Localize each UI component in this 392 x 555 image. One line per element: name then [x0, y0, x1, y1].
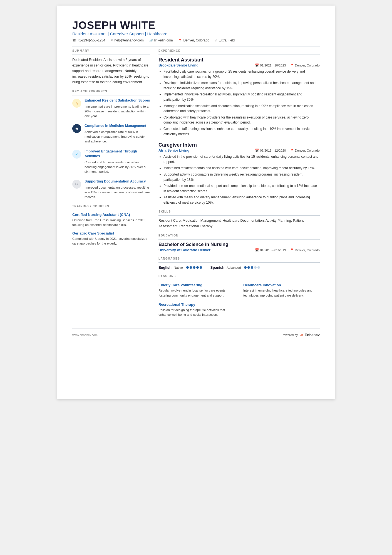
- email-icon: ✉: [111, 39, 113, 42]
- bullet-2-5: Assisted with meals and dietary manageme…: [163, 195, 320, 205]
- passion-item-3: Recreational Therapy Passion for designi…: [158, 302, 235, 317]
- passion-title-2: Healthcare Innovation: [243, 283, 320, 287]
- spa-dot-2: [247, 266, 250, 269]
- footer-brand: Powered by ∞ Enhancv: [282, 332, 320, 338]
- eng-dot-2: [190, 266, 192, 269]
- contact-row: ☎ +1-(234)-555-1234 ✉ help@enhancv.com 🔗…: [72, 38, 320, 42]
- training-section-title: TRAINING / COURSES: [72, 205, 150, 208]
- languages-divider: [158, 262, 320, 263]
- bullet-1-6: Conducted staff training sessions to enh…: [163, 126, 320, 137]
- passions-grid: Elderly Care Volunteering Regular involv…: [158, 283, 320, 317]
- edu-date-loc-1: 📅 01/2015 - 01/2019 📍 Denver, Colorado: [255, 248, 320, 252]
- bullet-2-2: Maintained resident records and assisted…: [163, 166, 320, 171]
- job-title-1: Resident Assistant: [158, 57, 320, 63]
- passions-divider: [158, 280, 320, 280]
- calendar-icon-1: 📅: [255, 63, 259, 67]
- achievement-content-3: Improved Engagement Through Activities C…: [85, 149, 150, 174]
- experience-divider: [158, 55, 320, 55]
- training-desc-1: Obtained from Red Cross Training Service…: [72, 218, 150, 228]
- loc-icon-1: 📍: [290, 63, 294, 67]
- achievement-content-2: Compliance in Medicine Management Achiev…: [85, 124, 150, 144]
- passions-section-title: PASSIONS: [158, 275, 320, 278]
- bullet-1-1: Facilitated daily care routines for a gr…: [163, 69, 320, 79]
- training-title-1: Certified Nursing Assistant (CNA): [72, 213, 150, 217]
- achievement-title-3: Improved Engagement Through Activities: [85, 149, 150, 159]
- spa-dot-1: [244, 266, 247, 269]
- left-column: SUMMARY Dedicated Resident Assistant wit…: [72, 49, 150, 317]
- job-meta-2: Atria Senior Living 📅 06/2019 - 12/2020 …: [158, 149, 320, 152]
- experience-section-title: EXPERIENCE: [158, 49, 320, 52]
- achievement-item-2: ★ Compliance in Medicine Management Achi…: [72, 124, 150, 144]
- achievement-desc-1: Implemented care improvements leading to…: [85, 104, 150, 119]
- passion-title-1: Elderly Care Volunteering: [158, 283, 235, 287]
- job-bullets-2: Assisted in the provision of care for da…: [158, 154, 320, 205]
- job-company-1: Brookdale Senior Living: [158, 63, 199, 67]
- job-location-2: 📍 Denver, Colorado: [290, 149, 320, 152]
- spa-dot-4: [254, 266, 257, 269]
- achievement-desc-2: Achieved a compliance rate of 99% in med…: [85, 130, 150, 144]
- candidate-subtitle: Resident Assistant | Caregiver Support |…: [72, 31, 320, 36]
- job-bullets-1: Facilitated daily care routines for a gr…: [158, 69, 320, 137]
- header-divider: [72, 46, 320, 46]
- eng-dot-1: [186, 266, 189, 269]
- loc-icon-2: 📍: [290, 149, 294, 152]
- bullet-1-2: Developed individualized care plans for …: [163, 80, 320, 91]
- eng-dot-3: [193, 266, 195, 269]
- main-content: SUMMARY Dedicated Resident Assistant wit…: [72, 49, 320, 317]
- achievement-item-3: ✓ Improved Engagement Through Activities…: [72, 149, 150, 174]
- location-icon: 📍: [178, 39, 182, 42]
- achievement-content-1: Enhanced Resident Satisfaction Scores Im…: [85, 98, 150, 119]
- languages-row: English Native Spanish Advanced: [158, 265, 320, 270]
- training-divider: [72, 210, 150, 210]
- job-date-loc-2: 📅 06/2019 - 12/2020 📍 Denver, Colorado: [255, 149, 320, 152]
- passion-item-1: Elderly Care Volunteering Regular involv…: [158, 283, 235, 298]
- education-divider: [158, 239, 320, 240]
- resume-page: JOSEPH WHITE Resident Assistant | Caregi…: [57, 6, 335, 399]
- achievement-icon-2: ★: [72, 124, 81, 133]
- eng-dot-4: [196, 266, 199, 269]
- skills-divider: [158, 215, 320, 216]
- job-date-loc-1: 📅 01/2021 - 10/2023 📍 Denver, Colorado: [255, 63, 320, 67]
- calendar-icon-2: 📅: [255, 149, 259, 152]
- achievements-section-title: KEY ACHIEVEMENTS: [72, 90, 150, 93]
- achievement-item-1: ☆ Enhanced Resident Satisfaction Scores …: [72, 98, 150, 119]
- summary-section-title: SUMMARY: [72, 49, 150, 52]
- contact-linkedin: 🔗 linkedin.com: [149, 38, 173, 42]
- passion-desc-3: Passion for designing therapeutic activi…: [158, 308, 235, 317]
- achievement-title-4: Supporting Documentation Accuracy: [85, 179, 150, 184]
- bullet-1-4: Managed medication schedules and documen…: [163, 103, 320, 114]
- edu-meta-1: University of Colorado Denver 📅 01/2015 …: [158, 248, 320, 252]
- job-date-icon-1: 📅 01/2021 - 10/2023: [255, 63, 286, 67]
- bullet-2-3: Supported activity coordinators in deliv…: [163, 172, 320, 182]
- achievement-item-4: ✂ Supporting Documentation Accuracy Impr…: [72, 179, 150, 199]
- training-desc-2: Completed with Udemy in 2021, covering s…: [72, 236, 150, 246]
- achievement-title-1: Enhanced Resident Satisfaction Scores: [85, 98, 150, 103]
- achievements-divider: [72, 95, 150, 95]
- job-company-2: Atria Senior Living: [158, 149, 189, 152]
- summary-divider: [72, 55, 150, 55]
- achievement-content-4: Supporting Documentation Accuracy Improv…: [85, 179, 150, 199]
- footer-website: www.enhancv.com: [72, 333, 98, 337]
- achievement-desc-4: Improved documentation processes, result…: [85, 185, 150, 200]
- star-extra-icon: ☆: [215, 39, 218, 42]
- achievement-icon-4: ✂: [72, 180, 81, 189]
- enhancv-logo-icon: ∞: [299, 332, 303, 338]
- passion-desc-2: Interest in emerging healthcare technolo…: [243, 288, 320, 298]
- language-english: English Native: [158, 265, 202, 270]
- passion-desc-1: Regular involvement in local senior care…: [158, 288, 235, 298]
- right-column: EXPERIENCE Resident Assistant Brookdale …: [158, 49, 320, 317]
- bullet-1-5: Collaborated with healthcare providers f…: [163, 115, 320, 125]
- calendar-icon-edu: 📅: [255, 248, 259, 252]
- achievement-icon-3: ✓: [72, 150, 81, 159]
- achievement-title-2: Compliance in Medicine Management: [85, 124, 150, 129]
- contact-location: 📍 Denver, Colorado: [178, 38, 209, 42]
- job-title-2: Caregiver Intern: [158, 142, 320, 148]
- passion-title-3: Recreational Therapy: [158, 302, 235, 307]
- bullet-1-3: Implemented innovative recreational acti…: [163, 92, 320, 102]
- skills-text: Resident Care, Medication Management, He…: [158, 218, 320, 229]
- contact-phone: ☎ +1-(234)-555-1234: [72, 38, 105, 42]
- footer: www.enhancv.com Powered by ∞ Enhancv: [72, 328, 320, 338]
- contact-extra: ☆ Extra Field: [215, 38, 235, 42]
- eng-dot-5: [200, 266, 202, 269]
- languages-section-title: LANGUAGES: [158, 257, 320, 260]
